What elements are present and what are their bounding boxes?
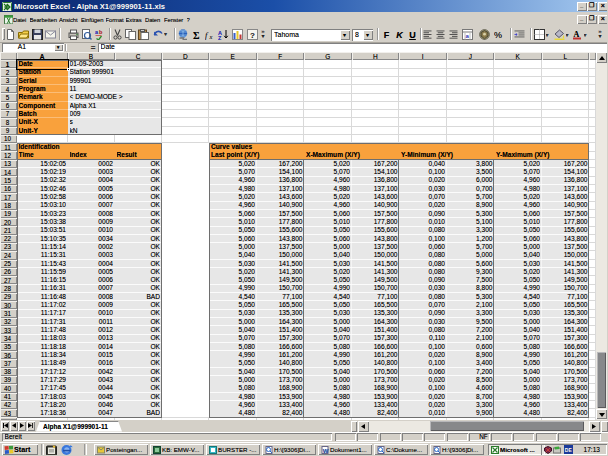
svg-text:Σ: Σ — [193, 30, 200, 41]
svg-text:W: W — [322, 447, 328, 453]
svg-text:x: x — [208, 33, 212, 40]
svg-text:A: A — [574, 30, 580, 39]
svg-text:?: ? — [250, 31, 255, 40]
svg-text:Z: Z — [218, 35, 222, 40]
svg-text:b: b — [99, 29, 103, 35]
svg-text:f: f — [205, 30, 209, 40]
svg-text:%: % — [494, 30, 502, 40]
